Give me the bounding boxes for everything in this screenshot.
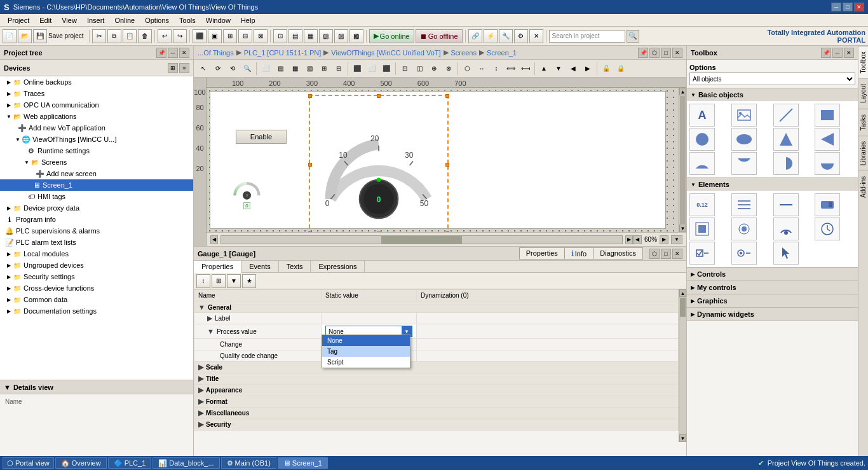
group-security[interactable]: ▶Security (194, 419, 679, 431)
prop-label-value[interactable] (322, 313, 417, 324)
tree-item-add-vot[interactable]: ➕ Add new VoT application (0, 122, 193, 134)
right-tab-tasks[interactable]: Tasks (858, 109, 868, 136)
plc-button[interactable]: 🔷 PLC_1 (108, 457, 152, 469)
prop-group-button[interactable]: ⊞ (212, 274, 226, 288)
tab-properties[interactable]: Properties (194, 261, 241, 273)
tree-item-device-proxy[interactable]: ▶ 📁 Device proxy data (0, 202, 193, 214)
draw-btn-5[interactable]: ⬜ (259, 62, 273, 76)
tree-expand-icon[interactable]: ▼ (14, 135, 22, 143)
toolbox-ellipse-item[interactable] (731, 128, 757, 151)
draw-align-right[interactable]: ⬛ (379, 62, 393, 76)
toolbox-tri2-item[interactable] (815, 128, 840, 151)
prop-scroll-thumb[interactable] (680, 298, 686, 317)
options-select[interactable]: All objects (689, 73, 855, 85)
prop-vscroll[interactable]: ▲ ▼ (679, 289, 686, 442)
menu-project[interactable]: Project (3, 15, 34, 25)
enable-button[interactable]: Enable (236, 130, 287, 144)
draw-btn-25[interactable]: 🔒 (614, 62, 628, 76)
draw-btn-21[interactable]: ▼ (552, 62, 566, 76)
expand-icon[interactable]: ▶ (207, 314, 212, 322)
tree-pin-button[interactable]: 📌 (156, 48, 166, 58)
go-offline-button[interactable]: ⏹ Go offline (416, 29, 463, 43)
draw-btn-24[interactable]: 🔓 (599, 62, 613, 76)
breadcrumb-item-1[interactable]: ...Of Things (198, 49, 234, 57)
draw-btn-20[interactable]: ▲ (537, 62, 551, 76)
draw-btn-7[interactable]: ▦ (288, 62, 302, 76)
toolbox-iofield-item[interactable]: 0.12 (689, 193, 715, 216)
my-controls-header[interactable]: My controls (687, 281, 858, 294)
devices-list-btn[interactable]: ⊞ (168, 63, 178, 73)
search-input[interactable] (549, 30, 625, 43)
zoom-prev-button[interactable]: ◀ (633, 235, 642, 244)
prop-process-value[interactable]: None ▼ None Tag Script (322, 324, 417, 339)
handle-mr[interactable] (445, 163, 449, 167)
handle-ml[interactable] (308, 163, 312, 167)
tree-minimize-button[interactable]: ─ (168, 48, 178, 58)
draw-btn-2[interactable]: ⟳ (211, 62, 225, 76)
toolbar-btn-17[interactable]: 🔧 (499, 29, 513, 43)
tree-item-ungrouped[interactable]: ▶ 📁 Ungrouped devices (0, 259, 193, 271)
toolbox-gauge-item[interactable] (773, 218, 799, 240)
canvas-maximize-button[interactable]: □ (661, 48, 671, 58)
hscroll-right-arrow[interactable]: ▶ (625, 235, 633, 244)
tree-item-online-backups[interactable]: ▶ 📁 Online backups (0, 76, 193, 88)
draw-btn-3[interactable]: ⟲ (226, 62, 240, 76)
group-general[interactable]: ▼General (194, 301, 679, 313)
toolbox-arc1-item[interactable] (689, 152, 715, 175)
group-format[interactable]: ▶Format (194, 396, 679, 408)
draw-btn-6[interactable]: ▤ (273, 62, 287, 76)
toolbox-line2-item[interactable] (773, 193, 799, 216)
menu-view[interactable]: View (57, 15, 82, 25)
toolbar-btn-8[interactable]: ⊠ (254, 29, 268, 43)
tree-item-plc-supervisions[interactable]: 🔔 PLC supervisions & alarms (0, 225, 193, 237)
toolbar-btn-16[interactable]: ⚡ (484, 29, 498, 43)
dynamic-widgets-header[interactable]: Dynamic widgets (687, 308, 858, 321)
handle-tr[interactable] (445, 94, 449, 98)
expand-icon[interactable]: ▼ (207, 328, 214, 335)
tree-item-hmi-tags[interactable]: 🏷 HMI tags (0, 191, 193, 202)
toolbox-rect-item[interactable] (815, 104, 840, 127)
new-project-button[interactable]: 📄 (3, 29, 17, 43)
screen1-button[interactable]: 🖥 Screen_1 (278, 457, 328, 469)
toolbox-checkbox-item[interactable] (689, 242, 715, 265)
details-header[interactable]: ▼ Details view (0, 380, 193, 394)
toolbox-text-item[interactable]: A (689, 104, 715, 127)
vscroll-up-arrow[interactable]: ▲ (679, 88, 686, 95)
tree-expand-icon[interactable]: ▶ (5, 296, 13, 303)
draw-btn-13[interactable]: ⊕ (427, 62, 441, 76)
dropdown-item-none[interactable]: None (322, 335, 410, 346)
controls-header[interactable]: Controls (687, 268, 858, 280)
right-tab-libraries[interactable]: Libraries (858, 135, 868, 170)
redo-button[interactable]: ↪ (173, 29, 187, 43)
portal-view-button[interactable]: ⬡ Portal view (3, 457, 54, 469)
breadcrumb-item-2[interactable]: PLC_1 [CPU 1511-1 PN] (244, 49, 322, 57)
menu-insert[interactable]: Insert (82, 15, 110, 25)
toolbar-btn-15[interactable]: 🔗 (468, 29, 482, 43)
group-scale[interactable]: ▶Scale (194, 362, 679, 373)
overview-button[interactable]: 🏠 Overview (55, 457, 107, 469)
vscroll-down-arrow[interactable]: ▼ (679, 225, 686, 232)
canvas-float-button[interactable]: ⬡ (649, 48, 660, 58)
menu-tools[interactable]: Tools (174, 15, 201, 25)
toolbar-btn-7[interactable]: ⊟ (238, 29, 252, 43)
canvas-main[interactable]: Enable (207, 88, 686, 232)
dropdown-item-script[interactable]: Script (322, 357, 410, 368)
tree-item-opcua[interactable]: ▶ 📁 OPC UA communication (0, 99, 193, 111)
toolbox-arc2-item[interactable] (731, 152, 757, 175)
tab-properties-secondary[interactable]: Properties (520, 248, 565, 259)
open-project-button[interactable]: 📂 (18, 29, 32, 43)
tree-item-program-info[interactable]: ℹ Program info (0, 214, 193, 225)
handle-bl[interactable] (308, 232, 312, 232)
toolbar-btn-11[interactable]: ▦ (304, 29, 318, 43)
go-online-button[interactable]: ▶ Go online (369, 29, 414, 43)
cut-button[interactable]: ✂ (92, 29, 106, 43)
toolbar-btn-6[interactable]: ⊞ (223, 29, 237, 43)
tree-item-viewofthings[interactable]: ▼ 🌐 ViewOfThings [WinCC U...] (0, 134, 193, 145)
menu-online[interactable]: Online (109, 15, 140, 25)
elements-header[interactable]: Elements (687, 178, 858, 191)
small-gauge-element[interactable]: 0 0 (229, 168, 264, 209)
toolbox-clock-item[interactable] (815, 218, 840, 240)
expand-icon[interactable]: ▶ (198, 386, 203, 394)
copy-button[interactable]: ⧉ (107, 29, 121, 43)
toolbox-minimize-button[interactable]: ─ (832, 48, 843, 58)
